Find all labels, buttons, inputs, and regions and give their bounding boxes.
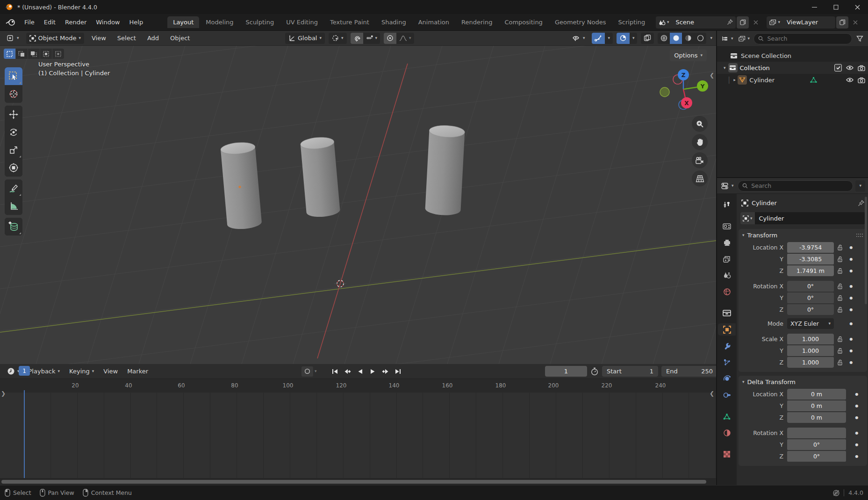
proportional-editing-toggle[interactable] xyxy=(384,33,396,44)
location-z-field[interactable]: 1.7491 m xyxy=(787,265,834,276)
gizmo-axis-z[interactable]: Z xyxy=(678,69,689,80)
frame-start-field[interactable]: Start 1 xyxy=(602,366,658,377)
scene-name[interactable]: Scene xyxy=(672,19,724,26)
lock-scale-z[interactable] xyxy=(834,359,846,365)
tab-modeling[interactable]: Modeling xyxy=(200,16,239,28)
animate-delta-location-y[interactable]: ● xyxy=(852,404,862,408)
tab-uv-editing[interactable]: UV Editing xyxy=(280,16,323,28)
remove-view-layer-button[interactable] xyxy=(849,16,861,29)
scene-browse-button[interactable]: ▾ xyxy=(656,16,672,29)
timeline-scroll-thumb[interactable] xyxy=(1,480,706,484)
disable-render-camera-icon[interactable] xyxy=(858,65,865,71)
menu-edit[interactable]: Edit xyxy=(39,17,60,28)
select-set-icon[interactable] xyxy=(4,49,15,59)
gizmo-dropdown[interactable]: ▾ xyxy=(605,33,613,44)
close-icon[interactable] xyxy=(846,0,868,14)
tab-object[interactable] xyxy=(718,323,736,336)
properties-editor-type-button[interactable]: ▾ xyxy=(720,180,735,192)
tab-scripting[interactable]: Scripting xyxy=(613,16,651,28)
mesh-data-icon[interactable] xyxy=(810,77,818,83)
maximize-icon[interactable] xyxy=(825,0,846,14)
tab-modifiers[interactable] xyxy=(719,340,735,352)
unlink-scene-button[interactable] xyxy=(750,16,762,29)
play-reverse-button[interactable] xyxy=(354,366,366,377)
outliner-filter-button[interactable]: ▾ xyxy=(854,36,865,42)
minimize-icon[interactable] xyxy=(803,0,825,14)
object-id-browse-button[interactable]: ▾ xyxy=(740,212,755,224)
tab-texture[interactable] xyxy=(719,448,735,460)
pan-button[interactable] xyxy=(692,134,708,150)
menu-file[interactable]: File xyxy=(20,17,39,28)
region-expand-arrow-left[interactable]: ❯ xyxy=(1,390,6,397)
select-intersect-icon[interactable] xyxy=(52,49,64,59)
animate-scale-y[interactable]: ● xyxy=(846,349,856,353)
app-menu-logo-icon[interactable] xyxy=(0,18,20,27)
tab-tool[interactable] xyxy=(719,199,735,211)
lock-location-y[interactable] xyxy=(834,256,846,262)
camera-view-button[interactable] xyxy=(692,152,708,168)
cylinder-object-3[interactable] xyxy=(425,125,465,216)
transform-panel-header[interactable]: ▾ Transform xyxy=(739,229,867,242)
play-button[interactable] xyxy=(367,366,379,377)
viewport-menu-add[interactable]: Add xyxy=(143,33,163,43)
animate-delta-rotation-y[interactable]: ● xyxy=(852,443,862,447)
tab-physics[interactable] xyxy=(719,372,735,385)
xray-toggle[interactable] xyxy=(641,33,654,44)
select-extend-icon[interactable] xyxy=(16,49,28,59)
rotation-x-field[interactable]: 0° xyxy=(787,281,834,292)
rotation-z-field[interactable]: 0° xyxy=(787,304,834,315)
outliner-display-mode-button[interactable]: ▾ xyxy=(720,33,735,44)
transform-orientation-dropdown[interactable]: Global ▾ xyxy=(285,33,325,44)
expand-chevron-icon[interactable]: ▾ xyxy=(732,79,737,81)
tool-transform[interactable] xyxy=(5,159,22,177)
previous-keyframe-button[interactable] xyxy=(342,366,353,377)
tool-cursor[interactable] xyxy=(5,85,22,103)
animate-location-z[interactable]: ● xyxy=(846,269,856,273)
timeline-scrollbar[interactable] xyxy=(0,478,716,485)
animate-scale-x[interactable]: ● xyxy=(846,337,856,341)
panel-drag-dots-icon[interactable] xyxy=(856,233,863,237)
shading-material-button[interactable] xyxy=(682,33,694,44)
lock-rotation-z[interactable] xyxy=(834,307,846,313)
delta-location-z-field[interactable]: 0 m xyxy=(787,412,846,423)
new-scene-button[interactable] xyxy=(737,16,749,29)
orthographic-toggle-button[interactable] xyxy=(692,171,708,186)
rotation-mode-dropdown[interactable]: XYZ Euler ▾ xyxy=(787,318,834,329)
delta-rotation-y-field[interactable]: 0° xyxy=(787,439,846,450)
delta-rotation-x-field[interactable] xyxy=(787,428,846,438)
tab-particles[interactable] xyxy=(719,356,735,368)
tab-world[interactable] xyxy=(719,286,735,298)
collapse-chevron-icon[interactable]: ▾ xyxy=(724,66,726,70)
menu-help[interactable]: Help xyxy=(125,17,148,28)
tool-measure[interactable] xyxy=(5,197,22,215)
hide-eye-icon[interactable] xyxy=(846,77,854,83)
animate-rotation-x[interactable]: ● xyxy=(846,284,856,288)
region-expand-arrow-right[interactable]: ❮ xyxy=(710,390,714,397)
outliner-row-collection[interactable]: ▾ Collection xyxy=(717,62,868,74)
viewport-canvas[interactable]: User Perspective (1) Collection | Cylind… xyxy=(0,46,716,364)
cylinder-object-1[interactable] xyxy=(220,141,262,230)
menu-window[interactable]: Window xyxy=(91,17,124,28)
new-view-layer-button[interactable] xyxy=(836,16,848,29)
tab-texture-paint[interactable]: Texture Paint xyxy=(324,16,375,28)
animate-delta-location-z[interactable]: ● xyxy=(852,415,862,420)
shading-rendered-button[interactable] xyxy=(694,33,706,44)
lock-scale-x[interactable] xyxy=(834,336,846,342)
gizmo-axis-x[interactable]: X xyxy=(681,97,692,108)
tab-output[interactable] xyxy=(719,236,735,249)
pin-icon[interactable] xyxy=(858,200,864,207)
timeline-ruler[interactable]: 20 40 60 80 100 120 140 160 180 200 220 … xyxy=(0,379,716,393)
outliner-row-scene-collection[interactable]: Scene Collection xyxy=(717,50,868,62)
tab-material[interactable] xyxy=(719,427,735,439)
exclude-checkbox[interactable] xyxy=(834,64,842,71)
outliner-row-cylinder[interactable]: │ ▾ Cylinder xyxy=(717,74,868,86)
current-frame-field[interactable]: 1 xyxy=(545,366,587,377)
disable-render-camera-icon[interactable] xyxy=(858,77,865,83)
proportional-falloff-dropdown[interactable]: ▾ xyxy=(396,33,414,44)
tab-rendering[interactable]: Rendering xyxy=(456,16,498,28)
delta-rotation-z-field[interactable]: 0° xyxy=(787,451,846,462)
animate-delta-rotation-x[interactable]: ● xyxy=(852,431,862,435)
animate-rotation-z[interactable]: ● xyxy=(846,307,856,312)
navigation-gizmo[interactable]: Z Y X xyxy=(655,63,710,114)
tab-render[interactable] xyxy=(719,220,735,232)
